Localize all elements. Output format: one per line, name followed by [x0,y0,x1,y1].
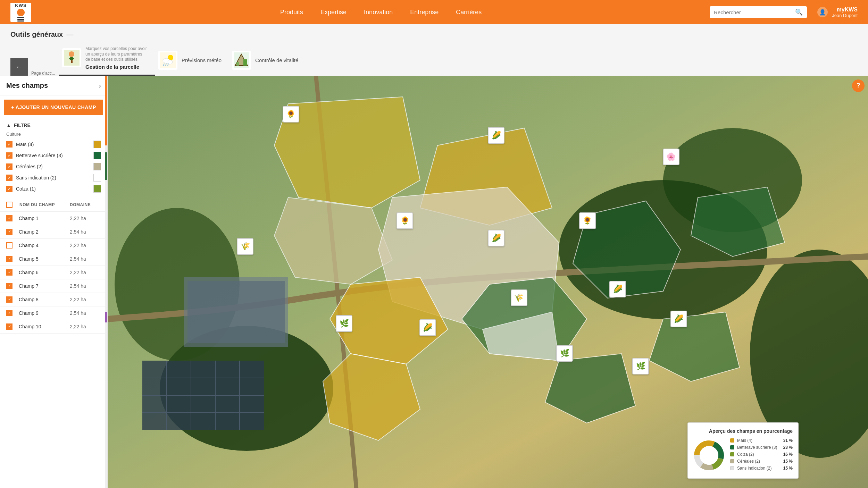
legend-dot-mais [730,438,734,443]
filter-checkbox-sans-indication[interactable]: ✓ [6,175,12,181]
field-marker-1[interactable]: 🌻 [283,106,299,123]
row-checkbox-champ2[interactable]: ✓ [6,229,12,235]
row-checkbox-champ6[interactable]: ✓ [6,269,12,276]
tab-meteo-icon [160,52,176,68]
svg-point-6 [167,60,173,64]
legend-label-mais: Maïs (4) [737,438,781,443]
back-button[interactable]: ← [10,58,28,76]
filter-row-cereales: ✓ Céréales (2) [6,161,101,172]
tab-gestion-desc: Marquez vos parcelles pour avoir un aper… [85,46,148,62]
legend-dot-betterave [730,445,734,449]
tab-meteo-label: Prévisions météo [182,57,222,63]
filter-header[interactable]: ▲ FILTRE [6,123,101,128]
user-app-name: myKWS [832,7,858,13]
user-display-name: Jean Dupont [832,13,858,18]
row-checkbox-champ5[interactable]: ✓ [6,256,12,262]
nav-produits[interactable]: Produits [280,9,303,16]
table-header: NOM DU CHAMP DOMAINE [0,198,107,212]
scroll-bar [105,76,107,488]
row-checkbox-champ1[interactable]: ✓ [6,215,12,221]
field-marker-4[interactable]: 🌻 [397,212,413,229]
row-name-champ10: Champ 10 [19,324,66,329]
add-field-button[interactable]: + AJOUTER UN NOUVEAU CHAMP [4,100,103,115]
table-row[interactable]: ✓ Champ 10 2,22 ha [0,320,107,334]
field-marker-14[interactable]: 🌽 [670,311,687,327]
legend-label-sans-indication: Sans indication (2) [737,466,781,471]
field-marker-7[interactable]: 🌿 [336,315,352,332]
filter-checkbox-mais[interactable]: ✓ [6,141,12,148]
tab-vitalite[interactable]: Contrôle de vitalité [228,47,305,76]
svg-point-45 [700,446,718,465]
logo-line-1 [17,17,24,18]
legend-row-betterave: Betterave sucrière (3) 23 % [730,445,793,450]
legend-pct-colza: 16 % [783,452,793,457]
aerial-map[interactable]: 🌻 🌽 🌾 🌻 🌽 🌾 🌿 🌽 🌸 🌻 🌽 🌿 🌿 🌽 ? Aperçu des… [108,76,868,488]
filter-culture-label: Culture [6,132,101,137]
svg-rect-19 [187,281,285,343]
field-marker-8[interactable]: 🌽 [419,319,436,336]
sidebar-chevron-icon[interactable]: › [99,82,101,90]
nav-innovation[interactable]: Innovation [364,9,393,16]
tab-vitalite-icon-box [232,51,251,70]
user-avatar-icon: 👤 [817,7,828,17]
back-icon: ← [16,63,23,71]
user-info: myKWS Jean Dupont [832,7,858,18]
table-row[interactable]: ✓ Champ 7 2,54 ha [0,279,107,293]
help-button[interactable]: ? [852,79,865,92]
table-row[interactable]: ✓ Champ 8 2,22 ha [0,293,107,306]
map-area: 🌻 🌽 🌾 🌻 🌽 🌾 🌿 🌽 🌸 🌻 🌽 🌿 🌿 🌽 ? Aperçu des… [108,76,868,488]
filter-checkbox-colza[interactable]: ✓ [6,186,12,192]
main-content: Mes champs › + AJOUTER UN NOUVEAU CHAMP … [0,76,868,488]
col-domain-header: DOMAINE [70,202,101,207]
field-marker-12[interactable]: 🌿 [556,345,573,362]
legend-pct-sans-indication: 15 % [783,466,793,471]
table-row[interactable]: ✓ Champ 5 2,54 ha [0,252,107,266]
row-checkbox-champ9[interactable]: ✓ [6,310,12,316]
table-row[interactable]: Champ 4 2,22 ha [0,239,107,252]
legend-pct-betterave: 23 % [783,445,793,450]
search-input[interactable] [714,9,795,15]
table-header-checkbox[interactable] [6,202,12,208]
logo-area: KWS [10,3,31,22]
filter-label-cereales: Céréales (2) [16,164,90,169]
field-marker-5[interactable]: 🌽 [488,230,504,246]
tab-back-page[interactable]: Page d'acc... [31,69,59,76]
legend-label-colza: Colza (2) [737,452,781,457]
search-bar[interactable]: 🔍 [710,6,807,18]
field-marker-10[interactable]: 🌻 [579,212,596,229]
row-checkmark-champ5: ✓ [8,256,11,261]
filter-color-cereales [93,163,101,170]
table-row[interactable]: ✓ Champ 9 2,54 ha [0,306,107,320]
field-marker-11[interactable]: 🌽 [609,281,626,297]
logo-line-3 [17,20,24,22]
field-marker-3[interactable]: 🌾 [237,238,253,255]
field-marker-9[interactable]: 🌸 [663,149,679,165]
donut-chart [693,440,725,471]
field-marker-6[interactable]: 🌾 [511,289,527,306]
row-checkbox-champ10[interactable]: ✓ [6,323,12,330]
table-row[interactable]: ✓ Champ 1 2,22 ha [0,212,107,225]
row-name-champ9: Champ 9 [19,310,66,316]
filter-checkbox-cereales[interactable]: ✓ [6,163,12,170]
field-marker-13[interactable]: 🌿 [632,358,649,375]
row-checkbox-champ7[interactable]: ✓ [6,283,12,289]
table-row[interactable]: ✓ Champ 6 2,22 ha [0,266,107,279]
tab-meteo[interactable]: Prévisions météo [155,47,228,76]
row-checkmark-champ10: ✓ [8,324,11,329]
top-navigation: KWS Produits Expertise Innovation Entrep… [0,0,868,24]
nav-expertise[interactable]: Expertise [320,9,347,16]
row-checkbox-champ8[interactable]: ✓ [6,296,12,303]
table-row[interactable]: ✓ Champ 2 2,54 ha [0,225,107,239]
row-checkbox-champ4[interactable] [6,242,12,249]
filter-checkbox-betterave[interactable]: ✓ [6,152,12,159]
filter-color-betterave [93,152,101,159]
legend-row-mais: Maïs (4) 31 % [730,438,793,443]
nav-entreprise[interactable]: Entreprise [410,9,439,16]
nav-carrieres[interactable]: Carrières [456,9,482,16]
tab-gestion-label: Gestion de la parcelle [85,64,148,70]
filter-color-mais [93,141,101,148]
field-marker-2[interactable]: 🌽 [488,127,504,144]
legend-row-sans-indication: Sans indication (2) 15 % [730,466,793,471]
tab-vitalite-label: Contrôle de vitalité [255,57,298,63]
tab-gestion[interactable]: Marquez vos parcelles pour avoir un aper… [59,43,155,76]
